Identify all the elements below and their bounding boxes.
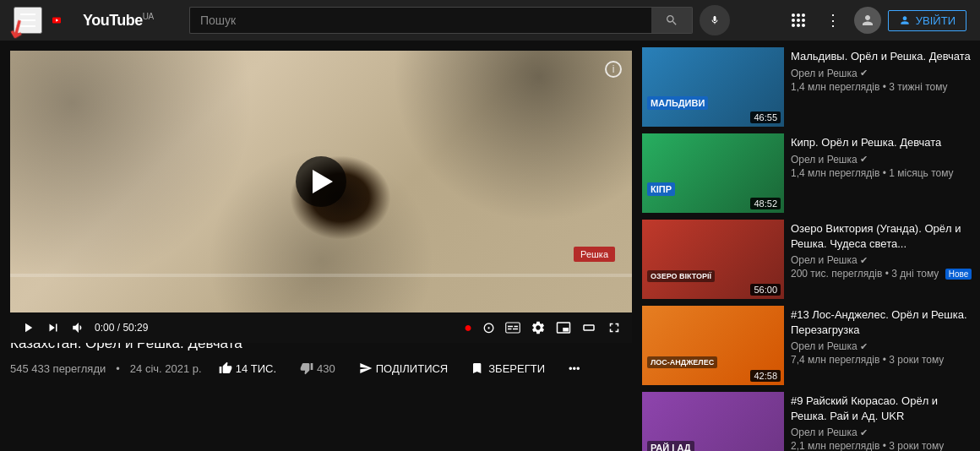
share-button[interactable]: ПОДІЛИТИСЯ <box>352 358 455 378</box>
sidebar-thumbnail-1: КІПР 48:52 <box>642 133 784 213</box>
thumbs-down-icon <box>300 361 313 375</box>
hamburger-line <box>20 19 35 21</box>
sidebar-thumbnail-3: ЛОС-АНДЖЕЛЕС 42:58 <box>642 306 784 385</box>
search-container <box>189 7 693 34</box>
toggle-button[interactable]: ⊙ <box>481 317 497 339</box>
play-button[interactable] <box>19 318 37 337</box>
video-meta: 545 433 перегляди • 24 січ. 2021 р. 14 Т… <box>10 358 632 378</box>
sidebar-title-4: #9 Райский Кюрасао. Орёл и Решка. Рай и … <box>791 394 973 423</box>
sidebar-title-1: Кипр. Орёл и Решка. Девчата <box>791 135 973 150</box>
search-button[interactable] <box>651 7 693 34</box>
verified-icon-0: ✔ <box>860 68 868 79</box>
fullscreen-button[interactable] <box>605 318 623 337</box>
sidebar: МАЛЬДИВИ 46:55 Мальдивы. Орёл и Решка. Д… <box>642 41 980 451</box>
save-icon <box>471 361 485 375</box>
volume-button[interactable] <box>69 318 88 337</box>
sidebar-item[interactable]: ОЗЕРО ВІКТОРІЇ 56:00 Озеро Виктория (Уга… <box>642 220 973 299</box>
sidebar-info-1: Кипр. Орёл и Решка. Девчата Орел и Решка… <box>791 133 973 213</box>
header-left: YouTubeUA <box>14 7 182 34</box>
header-search <box>189 5 730 35</box>
hamburger-line <box>20 14 35 15</box>
youtube-icon <box>52 11 79 30</box>
youtube-text: YouTubeUA <box>83 12 154 30</box>
header-right: ⋮ УВІЙТИ <box>785 7 966 34</box>
sidebar-title-3: #13 Лос-Анджелес. Орёл и Решка. Перезагр… <box>791 307 973 337</box>
more-options-button[interactable]: ⋮ <box>819 8 847 33</box>
sidebar-info-0: Мальдивы. Орёл и Решка. Девчата Орел и Р… <box>791 47 973 127</box>
sidebar-meta-2: 200 тис. переглядів • 3 дні тому Нове <box>791 268 973 280</box>
sign-in-button[interactable]: УВІЙТИ <box>888 10 966 31</box>
video-area: i Решка <box>0 41 642 451</box>
verified-icon-2: ✔ <box>860 255 868 266</box>
fullscreen-icon <box>607 320 622 335</box>
search-input[interactable] <box>189 7 651 34</box>
youtube-logo[interactable]: YouTubeUA <box>52 11 154 30</box>
account-circle[interactable] <box>854 7 881 34</box>
sidebar-item[interactable]: КІПР 48:52 Кипр. Орёл и Решка. Девчата О… <box>642 133 973 213</box>
sidebar-item[interactable]: МАЛЬДИВИ 46:55 Мальдивы. Орёл и Решка. Д… <box>642 47 973 127</box>
mic-icon <box>710 14 720 27</box>
sidebar-title-2: Озеро Виктория (Уганда). Орёл и Решка. Ч… <box>791 221 973 251</box>
reshka-watermark: Решка <box>574 247 615 262</box>
thumb-duration-0: 46:55 <box>750 111 781 123</box>
play-overlay-button[interactable] <box>296 156 346 207</box>
record-button[interactable]: ● <box>462 318 474 337</box>
sidebar-meta-3: 7,4 млн переглядів • 3 роки тому <box>791 354 973 366</box>
video-date: 24 січ. 2021 р. <box>130 362 202 375</box>
skip-next-icon <box>46 320 61 335</box>
save-button[interactable]: ЗБЕРЕГТИ <box>465 358 552 378</box>
thumb-label-1: КІПР <box>647 182 675 196</box>
subtitles-icon <box>505 322 520 334</box>
volume-icon <box>71 320 86 335</box>
sidebar-title-0: Мальдивы. Орёл и Решка. Девчата <box>791 49 973 64</box>
theatre-button[interactable] <box>580 318 598 337</box>
time-display: 0:00 / 50:29 <box>95 322 148 334</box>
app-header: YouTubeUA <box>0 0 980 41</box>
svg-rect-3 <box>508 326 513 328</box>
menu-button[interactable] <box>14 7 42 34</box>
sidebar-meta-1: 1,4 млн переглядів • 1 місяць тому <box>791 167 973 179</box>
sidebar-item[interactable]: ЛОС-АНДЖЕЛЕС 42:58 #13 Лос-Анджелес. Орё… <box>642 306 973 385</box>
grid-dots-icon <box>792 14 805 27</box>
sidebar-channel-2: Орел и Решка ✔ <box>791 254 973 266</box>
thumb-duration-3: 42:58 <box>750 370 781 382</box>
video-info-icon[interactable]: i <box>605 61 622 78</box>
sidebar-thumbnail-2: ОЗЕРО ВІКТОРІЇ 56:00 <box>642 220 784 299</box>
thumb-label-0: МАЛЬДИВИ <box>647 96 708 110</box>
thumb-label-2: ОЗЕРО ВІКТОРІЇ <box>647 270 715 282</box>
mic-button[interactable] <box>700 5 730 35</box>
subtitles-button[interactable] <box>504 320 522 335</box>
sidebar-item[interactable]: РАЙ І АД 47:53 #9 Райский Кюрасао. Орёл … <box>642 392 973 451</box>
progress-bar[interactable] <box>10 274 632 277</box>
miniplayer-icon <box>556 320 571 335</box>
thumb-duration-2: 56:00 <box>750 284 781 296</box>
apps-button[interactable] <box>785 10 812 30</box>
sidebar-channel-4: Орел и Решка ✔ <box>791 427 973 438</box>
more-button[interactable]: ••• <box>562 359 587 378</box>
play-icon <box>20 320 35 335</box>
verified-icon-4: ✔ <box>860 427 868 438</box>
svg-rect-4 <box>514 326 519 328</box>
like-button[interactable]: 14 ТИС. <box>212 358 283 378</box>
video-player[interactable]: i Решка <box>10 51 632 312</box>
sidebar-channel-3: Орел и Решка ✔ <box>791 340 973 352</box>
svg-rect-6 <box>513 329 518 330</box>
play-triangle-icon <box>313 170 333 193</box>
svg-rect-2 <box>506 323 520 333</box>
next-button[interactable] <box>44 318 63 337</box>
share-icon <box>359 361 373 375</box>
settings-button[interactable] <box>529 318 547 337</box>
sidebar-thumbnail-0: МАЛЬДИВИ 46:55 <box>642 47 784 127</box>
sidebar-meta-0: 1,4 млн переглядів • 3 тижні тому <box>791 81 973 93</box>
sidebar-info-3: #13 Лос-Анджелес. Орёл и Решка. Перезагр… <box>791 306 973 385</box>
miniplayer-button[interactable] <box>554 318 573 337</box>
search-icon <box>665 14 678 27</box>
hamburger-line <box>20 25 35 27</box>
thumbs-up-icon <box>219 361 232 375</box>
sidebar-info-2: Озеро Виктория (Уганда). Орёл и Решка. Ч… <box>791 220 973 299</box>
theatre-icon <box>581 320 596 335</box>
sidebar-thumbnail-4: РАЙ І АД 47:53 <box>642 392 784 451</box>
dislike-button[interactable]: 430 <box>293 358 342 378</box>
person-small-icon <box>899 14 911 26</box>
thumb-duration-1: 48:52 <box>750 198 781 209</box>
